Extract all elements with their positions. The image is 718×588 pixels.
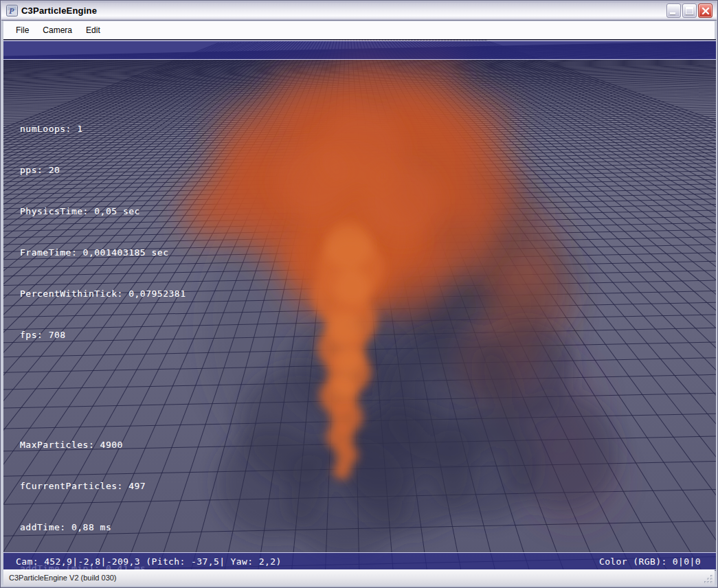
color-readout: Color (RGB): 0|0|0 (599, 556, 701, 567)
window-title: C3ParticleEngine (21, 5, 666, 16)
stats-line: numLoops: 1 (20, 122, 186, 136)
menu-camera[interactable]: Camera (36, 23, 79, 37)
menu-file[interactable]: File (9, 23, 36, 37)
stats-line: PercentWithinTick: 0,07952381 (20, 287, 186, 301)
overlay-bar-top (3, 41, 716, 60)
maximize-button[interactable] (682, 3, 697, 18)
stats-line: addTime: 0,88 ms (20, 521, 186, 534)
minimize-button[interactable] (666, 3, 681, 18)
stats-line: MaxParticles: 4900 (20, 438, 186, 452)
close-button[interactable] (698, 3, 713, 18)
window-frame-edge (1, 585, 717, 587)
status-bar: C3ParticleEngine V2 (build 030) (3, 569, 715, 585)
stats-block-timing: numLoops: 1 pps: 20 PhysicsTime: 0,05 se… (20, 95, 186, 370)
title-bar[interactable]: P C3ParticleEngine (1, 1, 717, 21)
resize-grip-icon[interactable] (704, 574, 713, 584)
menu-edit[interactable]: Edit (79, 23, 107, 37)
status-text: C3ParticleEngine V2 (build 030) (9, 574, 704, 582)
overlay-bar-bottom: Cam: 452,9|-2,8|-209,3 (Pitch: -37,5| Ya… (3, 552, 716, 570)
stats-block-particles: MaxParticles: 4900 fCurrentParticles: 49… (20, 411, 186, 571)
viewport-3d[interactable]: numLoops: 1 pps: 20 PhysicsTime: 0,05 se… (3, 39, 716, 571)
menu-bar: File Camera Edit (3, 21, 715, 39)
svg-text:P: P (9, 6, 14, 16)
stats-line: pps: 20 (20, 163, 186, 177)
minimize-icon (670, 12, 675, 14)
maximize-icon (686, 7, 693, 14)
app-window: P C3ParticleEngine File Camera Edit (0, 0, 718, 588)
camera-readout: Cam: 452,9|-2,8|-209,3 (Pitch: -37,5| Ya… (16, 556, 282, 567)
stats-line: FrameTime: 0,001403185 sec (20, 246, 186, 260)
close-icon (702, 7, 710, 15)
app-icon: P (6, 5, 18, 16)
stats-line: fps: 708 (20, 328, 186, 342)
stats-line: PhysicsTime: 0,05 sec (20, 205, 186, 218)
stats-line: fCurrentParticles: 497 (20, 479, 186, 493)
debug-stats: numLoops: 1 pps: 20 PhysicsTime: 0,05 se… (20, 67, 186, 571)
window-controls (666, 3, 713, 18)
